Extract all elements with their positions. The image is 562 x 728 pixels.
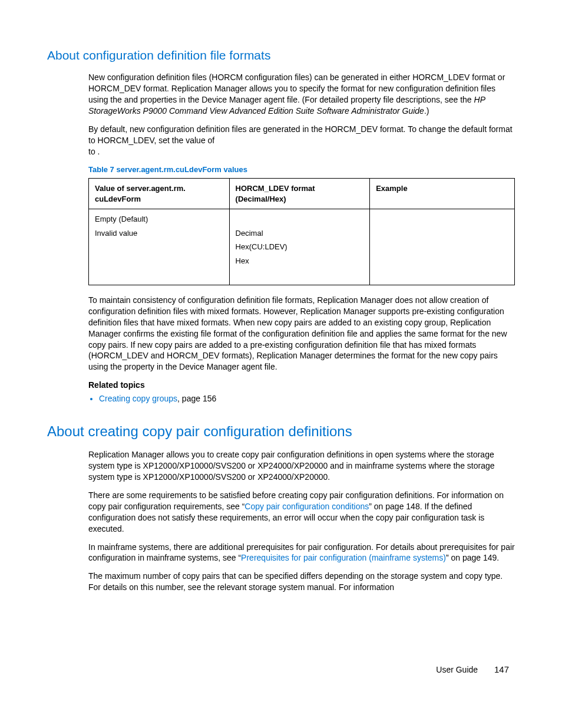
page-number: 147 — [494, 664, 509, 676]
culdevform-table: Value of server.agent.rm. cuLdevForm HOR… — [88, 178, 515, 285]
text-fragment: , page 156 — [177, 394, 216, 403]
page-footer: User Guide 147 — [47, 664, 515, 676]
table-header-example: Example — [370, 179, 515, 209]
para-mainframe-prereqs: In mainframe systems, there are addition… — [88, 542, 515, 564]
para-consistency: To maintain consistency of configuration… — [88, 295, 515, 373]
cell-line: Decimal — [236, 228, 364, 239]
text-fragment: By default, new configuration definition… — [88, 124, 513, 145]
text-fragment: and — [124, 95, 140, 104]
para-copy-pair-intro: Replication Manager allows you to create… — [88, 449, 515, 483]
para-requirements: There are some requirements to be satisf… — [88, 490, 515, 535]
table-cell-value: Empty (Default) Invalid value — [89, 209, 230, 285]
related-topics-heading: Related topics — [88, 380, 515, 391]
section-heading-config-formats: About configuration definition file form… — [47, 47, 515, 64]
table-row: Empty (Default) Invalid value Decimal He… — [89, 209, 515, 285]
text-fragment: file. (For detailed property file descri… — [287, 95, 474, 104]
text-fragment: properties in the Device Manager agent — [140, 95, 287, 104]
text-fragment: to — [88, 147, 98, 156]
text-fragment: . — [98, 147, 100, 156]
link-mainframe-prereqs[interactable]: Prerequisites for pair configuration (ma… — [241, 553, 446, 562]
cell-line: Hex — [236, 256, 364, 266]
text-fragment: To maintain consistency of configuration… — [88, 295, 507, 371]
text-fragment: file. — [265, 362, 277, 371]
text-fragment: ” on page 149. — [446, 553, 499, 562]
footer-label: User Guide — [436, 665, 478, 674]
table-header-format: HORCM_LDEV format (Decimal/Hex) — [229, 179, 370, 209]
para-config-formats-intro: New configuration definition files (HORC… — [88, 72, 515, 117]
cell-line: Invalid value — [95, 228, 223, 239]
section-heading-copy-pair-config: About creating copy pair configuration d… — [47, 422, 515, 441]
list-item: Creating copy groups, page 156 — [99, 393, 515, 404]
table-cell-format: Decimal Hex(CU:LDEV) Hex — [229, 209, 370, 285]
cell-line: Empty (Default) — [95, 214, 223, 225]
link-creating-copy-groups[interactable]: Creating copy groups — [99, 394, 177, 403]
link-copy-pair-conditions[interactable]: Copy pair configuration conditions — [244, 502, 369, 511]
table-cell-example — [370, 209, 515, 285]
text-fragment: .) — [424, 106, 429, 116]
related-topics-list: Creating copy groups, page 156 — [88, 393, 515, 404]
table-caption: Table 7 server.agent.rm.cuLdevForm value… — [88, 164, 515, 175]
text-fragment: property in the Device Manager agent — [124, 362, 265, 371]
cell-line: Hex(CU:LDEV) — [236, 242, 364, 252]
para-max-copy-pairs: The maximum number of copy pairs that ca… — [88, 571, 515, 593]
para-default-format: By default, new configuration definition… — [88, 124, 515, 157]
table-header-value: Value of server.agent.rm. cuLdevForm — [89, 179, 230, 209]
